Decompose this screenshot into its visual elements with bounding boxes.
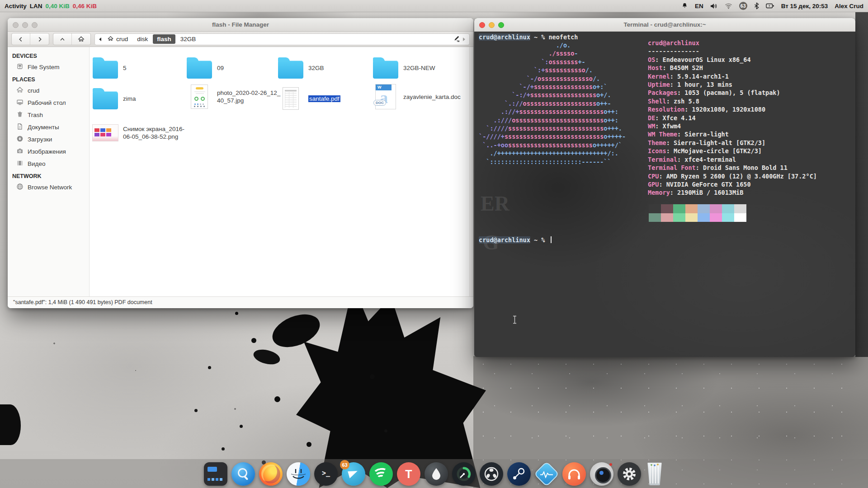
path-button-label: crud [116, 36, 128, 42]
workspace-panel-icon[interactable] [204, 462, 227, 486]
search-icon[interactable] [231, 462, 255, 486]
file-name: 32GB-NEW [403, 64, 467, 72]
file-manager-titlebar[interactable]: flash - File Manager [8, 18, 473, 32]
file-item[interactable]: WaDOCzayavlenie_karta.doc [372, 83, 467, 110]
file-item[interactable]: 09 [185, 54, 281, 81]
file-item[interactable]: Снимок экрана_2016-06-05_06-38-52.png [91, 119, 187, 146]
sidebar-section-title: PLACES [8, 73, 89, 84]
palette-swatch [698, 213, 710, 222]
palette-swatch [661, 213, 673, 222]
file-name: Снимок экрана_2016-06-05_06-38-52.png [123, 125, 187, 141]
file-item[interactable]: santafe.pdf [277, 85, 373, 112]
folder-icon [93, 61, 118, 79]
path-button-crud[interactable]: crud [104, 34, 132, 44]
drive-icon [16, 63, 24, 71]
path-button-flash[interactable]: flash [153, 34, 175, 44]
file-item[interactable]: 32GB [277, 54, 373, 81]
maximize-button[interactable] [32, 22, 38, 28]
terminal-icon[interactable]: >_ [314, 462, 338, 486]
headphones-icon[interactable] [562, 462, 586, 486]
sidebar-item-drive[interactable]: File System [8, 61, 89, 73]
spotify-icon[interactable] [369, 462, 393, 486]
notification-badge: 63 [340, 460, 349, 469]
close-button[interactable] [479, 22, 485, 28]
palette-row [649, 204, 746, 213]
terminal-titlebar[interactable]: Terminal - crud@archlinux:~ [474, 18, 855, 32]
palette-swatch [722, 213, 734, 222]
palette-swatch [649, 204, 661, 213]
volume-icon[interactable] [710, 3, 718, 9]
sidebar-item-globe[interactable]: Browse Network [8, 181, 89, 193]
file-icon-box [91, 85, 119, 112]
settings-icon[interactable] [618, 462, 641, 486]
t-app-icon[interactable]: T [397, 462, 420, 486]
dock: >_63T [204, 460, 664, 488]
home-button[interactable] [72, 33, 90, 45]
obs-icon[interactable] [480, 462, 503, 486]
notification-bell-icon[interactable] [681, 2, 688, 9]
user-menu[interactable]: Alex Crud [835, 3, 863, 9]
file-icon-box [91, 119, 119, 146]
scrollbar-track[interactable] [469, 47, 473, 296]
maximize-button[interactable] [498, 22, 504, 28]
sidebar-item-document[interactable]: Документы [8, 121, 89, 133]
sidebar-item-download[interactable]: Загрузки [8, 133, 89, 145]
sidebar-item-film[interactable]: Видео [8, 158, 89, 170]
steam-icon[interactable] [507, 462, 531, 486]
trash-full-icon[interactable] [647, 463, 662, 485]
path-button-32GB[interactable]: 32GB [176, 34, 200, 44]
path-bar[interactable]: cruddiskflash32GB [94, 33, 470, 45]
wifi-icon[interactable] [725, 3, 732, 9]
sidebar-item-trash[interactable]: Trash [8, 109, 89, 121]
neofetch-info: crud@archlinux--------------OS: Endeavou… [648, 39, 817, 197]
file-list-pane[interactable]: 50932GB32GB-NEWzimaphoto_2020-02-26_12_4… [90, 47, 473, 296]
sidebar-item-label: File System [28, 64, 60, 70]
palette-swatch [685, 213, 698, 222]
sidebar-item-camera[interactable]: Изображения [8, 145, 89, 158]
activity-label[interactable]: Activity [5, 3, 27, 9]
path-button-disk[interactable]: disk [133, 34, 152, 44]
close-button[interactable] [13, 22, 19, 28]
keyboard-layout[interactable]: EN [695, 3, 703, 9]
folder-icon [187, 61, 212, 79]
camera-lens-icon[interactable] [590, 462, 613, 486]
file-icon-box [91, 54, 119, 81]
palette-row [649, 213, 746, 222]
file-item[interactable]: photo_2020-02-26_12_40_57.jpg [185, 83, 281, 110]
file-name: santafe.pdf [308, 95, 373, 103]
clock[interactable]: Вт 15 дек, 20:53 [781, 3, 828, 9]
film-icon [16, 160, 24, 168]
droplet-icon[interactable] [425, 462, 448, 486]
sidebar-item-home[interactable]: crud [8, 84, 89, 97]
file-manager-toolbar: cruddiskflash32GB [8, 32, 473, 47]
terminal-command-line: crud@archlinux ~ % neofetch [479, 33, 578, 41]
firefox-icon[interactable] [259, 462, 283, 486]
path-scroll-left-icon[interactable] [98, 37, 102, 42]
battery-icon[interactable] [766, 3, 774, 9]
path-scroll-right-icon[interactable] [462, 37, 466, 42]
file-item[interactable]: 32GB-NEW [372, 54, 467, 81]
file-item[interactable]: zima [91, 85, 187, 112]
forward-button[interactable] [30, 33, 49, 45]
path-button-label: 32GB [180, 36, 196, 42]
camera-icon [16, 147, 24, 156]
update-count-badge[interactable]: 63 [739, 2, 747, 10]
palette-swatch [661, 204, 673, 213]
waveform-icon[interactable] [534, 461, 560, 487]
finder-icon[interactable] [287, 462, 310, 486]
minimize-button[interactable] [489, 22, 495, 28]
file-item[interactable]: 5 [91, 54, 187, 81]
sidebar-item-label: Browse Network [28, 184, 72, 191]
status-bar: "santafe.pdf": 1,4 MiB (1 490 491 bytes)… [8, 296, 473, 308]
bluetooth-icon[interactable] [754, 2, 759, 9]
sidebar-item-label: Рабочий стол [28, 99, 66, 106]
minimize-button[interactable] [22, 22, 28, 28]
telegram-icon[interactable]: 63 [342, 462, 365, 486]
sidebar-section-title: DEVICES [8, 50, 89, 61]
edit-path-icon[interactable] [453, 34, 461, 44]
up-button[interactable] [53, 33, 72, 45]
back-button[interactable] [12, 33, 30, 45]
gauge-icon[interactable] [452, 462, 476, 486]
sidebar-item-desktop[interactable]: Рабочий стол [8, 97, 89, 109]
terminal-content[interactable]: ER G crud@archlinux ~ % neofetch ./o. ./… [474, 32, 855, 357]
